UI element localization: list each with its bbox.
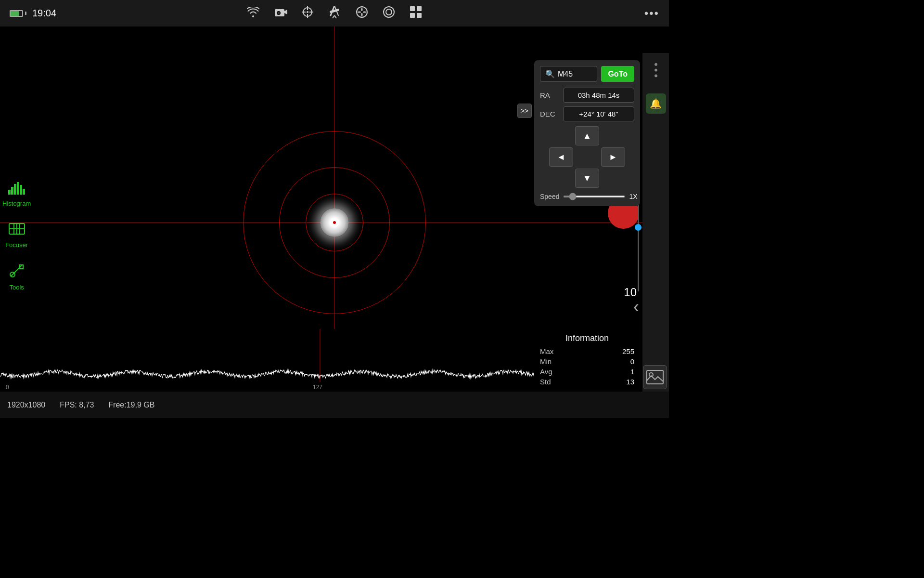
vertical-dots-icon: ••• <box>650 63 662 79</box>
svg-point-17 <box>384 7 394 17</box>
free-stat: Free:19,9 GB <box>108 401 154 409</box>
info-avg-key: Avg <box>540 368 552 376</box>
goto-button[interactable]: GoTo <box>601 66 634 82</box>
info-panel: Information Max 255 Min 0 Avg 1 Std 13 <box>534 329 640 392</box>
tools-tool[interactable]: Tools <box>2 263 31 291</box>
dec-value: +24° 10' 48" <box>563 106 634 121</box>
dpad-right-button[interactable]: ► <box>601 147 625 167</box>
fps-stat: FPS: 8,73 <box>60 401 94 409</box>
control-panel: 🔍 GoTo RA 03h 48m 14s DEC +24° 10' 48" ▲… <box>534 60 640 206</box>
dec-label: DEC <box>540 110 559 118</box>
svg-rect-21 <box>410 13 415 18</box>
left-toolbar: Histogram Focuser <box>2 53 31 418</box>
info-std-value: 13 <box>626 378 634 386</box>
histogram-label: Histogram <box>2 200 31 207</box>
info-max-key: Max <box>540 347 553 355</box>
status-icons <box>247 6 422 21</box>
dpad-empty-tl <box>549 126 573 145</box>
info-min-key: Min <box>540 357 552 366</box>
wifi-icon <box>247 7 259 20</box>
info-row-avg: Avg 1 <box>540 368 634 376</box>
info-row-std: Std 13 <box>540 378 634 386</box>
back-button[interactable]: ‹ <box>633 297 639 317</box>
speed-slider[interactable] <box>563 196 625 197</box>
slider-thumb <box>635 224 642 231</box>
main-view: Histogram Focuser <box>0 26 669 418</box>
histogram-label-mid: 127 <box>313 384 322 391</box>
svg-rect-28 <box>23 189 25 195</box>
battery-cap <box>25 12 26 15</box>
status-left: 19:04 <box>10 8 56 19</box>
search-row: 🔍 GoTo <box>540 66 634 82</box>
focuser-tool[interactable]: Focuser <box>2 222 31 249</box>
svg-rect-20 <box>417 6 422 11</box>
svg-marker-1 <box>284 10 287 14</box>
dpad-empty-br <box>601 169 625 188</box>
tools-label: Tools <box>9 284 24 291</box>
dec-row: DEC +24° 10' 48" <box>540 106 634 121</box>
info-max-value: 255 <box>622 347 634 355</box>
info-row-min: Min 0 <box>540 357 634 366</box>
svg-rect-23 <box>8 190 11 195</box>
sidebar-dots: ••• <box>650 63 662 81</box>
ra-label: RA <box>540 91 559 99</box>
info-avg-value: 1 <box>630 368 634 376</box>
circle-large <box>243 131 426 314</box>
speed-row: Speed 1X <box>540 193 634 200</box>
bell-button[interactable]: 🔔 <box>646 93 666 114</box>
dpad-center <box>575 147 599 167</box>
camera-icon <box>274 7 287 20</box>
tools-icon <box>9 263 25 282</box>
speed-value: 1X <box>629 193 641 200</box>
info-row-max: Max 255 <box>540 347 634 355</box>
svg-rect-22 <box>417 13 422 18</box>
dpad-left-button[interactable]: ◄ <box>549 147 573 167</box>
info-std-key: Std <box>540 378 551 386</box>
svg-rect-26 <box>17 182 19 195</box>
focuser-icon <box>8 222 26 239</box>
dpad-empty-bl <box>549 169 573 188</box>
speed-label: Speed <box>540 193 559 200</box>
svg-point-18 <box>386 9 392 15</box>
svg-rect-25 <box>14 184 16 195</box>
crosshair-icon <box>302 6 313 21</box>
bell-icon: 🔔 <box>650 98 662 109</box>
grid-icon <box>410 6 422 21</box>
resolution-stat: 1920x1080 <box>7 401 45 409</box>
svg-point-9 <box>307 11 308 13</box>
svg-rect-12 <box>330 8 340 13</box>
bottom-bar: 1920x1080 FPS: 8,73 Free:19,9 GB <box>0 392 669 418</box>
svg-rect-27 <box>20 185 22 195</box>
dpad-down-button[interactable]: ▼ <box>575 169 599 188</box>
battery-body <box>10 10 23 17</box>
panel-collapse-button[interactable]: >> <box>517 104 532 118</box>
ra-row: RA 03h 48m 14s <box>540 88 634 103</box>
status-bar: 19:04 <box>0 0 669 26</box>
histogram-tool[interactable]: Histogram <box>2 180 31 207</box>
dpad-up-button[interactable]: ▲ <box>575 126 599 145</box>
svg-rect-19 <box>410 6 415 11</box>
more-dots[interactable]: ••• <box>644 7 659 20</box>
info-title: Information <box>540 333 634 343</box>
dpad: ▲ ◄ ► ▼ <box>549 126 625 188</box>
svg-point-16 <box>361 11 363 13</box>
status-right: ••• <box>644 7 659 20</box>
ra-value: 03h 48m 14s <box>563 88 634 103</box>
search-box[interactable]: 🔍 <box>540 66 597 82</box>
vertical-slider[interactable] <box>635 200 641 291</box>
focuser-label: Focuser <box>5 241 28 249</box>
svg-point-3 <box>278 12 280 14</box>
battery-icon <box>10 10 26 17</box>
svg-rect-24 <box>11 187 13 195</box>
image-preview-button[interactable] <box>643 365 667 389</box>
search-input[interactable] <box>558 70 592 79</box>
status-time: 19:04 <box>32 8 56 19</box>
svg-line-14 <box>334 15 336 18</box>
telescope-icon <box>328 6 341 21</box>
dpad-empty-tr <box>601 126 625 145</box>
right-sidebar: ••• 🔔 ♪ ⚙ <box>642 53 669 418</box>
info-min-value: 0 <box>630 357 634 366</box>
fan-icon <box>356 6 368 21</box>
search-icon: 🔍 <box>545 69 555 79</box>
histogram-icon <box>8 180 26 198</box>
